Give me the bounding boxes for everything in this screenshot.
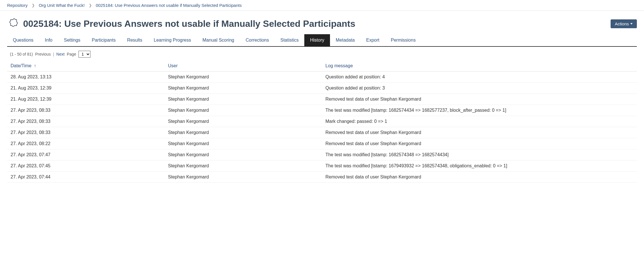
breadcrumb: Repository ❯ Org Unit What the Fuck! ❯ 0… bbox=[0, 0, 644, 11]
tab-statistics[interactable]: Statistics bbox=[275, 34, 304, 46]
cell-user: Stephan Kergomard bbox=[165, 160, 322, 172]
table-row: 21. Aug 2023, 12:39Stephan KergomardRemo… bbox=[7, 94, 637, 105]
pagination-bar: (1 - 50 of 81) Previous | Next Page 1 bbox=[7, 47, 637, 60]
pagination-page-select[interactable]: 1 bbox=[79, 51, 90, 58]
cell-log: Question added at position: 4 bbox=[322, 72, 637, 83]
page-header: 0025184: Use Previous Answers not usable… bbox=[7, 11, 637, 34]
test-object-icon bbox=[7, 17, 19, 30]
cell-log: Removed test data of user Stephan Kergom… bbox=[322, 127, 637, 138]
cell-user: Stephan Kergomard bbox=[165, 105, 322, 116]
table-row: 21. Aug 2023, 12:39Stephan KergomardQues… bbox=[7, 83, 637, 94]
pagination-separator: | bbox=[53, 52, 54, 56]
tab-export[interactable]: Export bbox=[361, 34, 385, 46]
chevron-right-icon: ❯ bbox=[89, 3, 92, 7]
column-header-log[interactable]: Log message bbox=[322, 60, 637, 72]
table-row: 27. Apr 2023, 07:45Stephan KergomardThe … bbox=[7, 160, 637, 172]
cell-datetime: 27. Apr 2023, 08:33 bbox=[7, 127, 165, 138]
cell-datetime: 28. Aug 2023, 13:13 bbox=[7, 72, 165, 83]
cell-datetime: 21. Aug 2023, 12:39 bbox=[7, 83, 165, 94]
cell-log: The test was modified [tstamp: 167949393… bbox=[322, 160, 637, 172]
history-table: Date/Time ↑ User Log message 28. Aug 202… bbox=[7, 60, 637, 183]
tab-learning-progress[interactable]: Learning Progress bbox=[148, 34, 197, 46]
table-row: 27. Apr 2023, 08:33Stephan KergomardThe … bbox=[7, 105, 637, 116]
cell-datetime: 27. Apr 2023, 07:47 bbox=[7, 149, 165, 160]
cell-user: Stephan Kergomard bbox=[165, 149, 322, 160]
cell-datetime: 27. Apr 2023, 08:22 bbox=[7, 138, 165, 149]
page-title: 0025184: Use Previous Answers not usable… bbox=[23, 19, 607, 29]
table-row: 28. Aug 2023, 13:13Stephan KergomardQues… bbox=[7, 72, 637, 83]
breadcrumb-item-orgunit[interactable]: Org Unit What the Fuck! bbox=[39, 3, 85, 8]
actions-label: Actions bbox=[615, 21, 629, 26]
cell-log: Removed test data of user Stephan Kergom… bbox=[322, 94, 637, 105]
sort-ascending-icon: ↑ bbox=[34, 63, 36, 68]
actions-dropdown-button[interactable]: Actions bbox=[611, 19, 637, 28]
table-row: 27. Apr 2023, 08:33Stephan KergomardMark… bbox=[7, 116, 637, 127]
cell-user: Stephan Kergomard bbox=[165, 172, 322, 183]
pagination-previous[interactable]: Previous bbox=[35, 52, 51, 56]
tab-bar: QuestionsInfoSettingsParticipantsResults… bbox=[7, 34, 637, 47]
tab-history[interactable]: History bbox=[304, 34, 330, 46]
chevron-down-icon bbox=[630, 23, 633, 25]
column-header-datetime[interactable]: Date/Time ↑ bbox=[7, 60, 165, 72]
breadcrumb-item-repository[interactable]: Repository bbox=[7, 3, 28, 8]
cell-datetime: 27. Apr 2023, 08:33 bbox=[7, 116, 165, 127]
table-row: 27. Apr 2023, 07:44Stephan KergomardRemo… bbox=[7, 172, 637, 183]
tab-info[interactable]: Info bbox=[39, 34, 58, 46]
column-header-datetime-label: Date/Time bbox=[11, 63, 31, 68]
tab-questions[interactable]: Questions bbox=[7, 34, 39, 46]
tab-settings[interactable]: Settings bbox=[58, 34, 86, 46]
cell-log: The test was modified [tstamp: 168257434… bbox=[322, 149, 637, 160]
chevron-right-icon: ❯ bbox=[32, 3, 35, 7]
cell-datetime: 27. Apr 2023, 08:33 bbox=[7, 105, 165, 116]
pagination-next[interactable]: Next bbox=[56, 52, 65, 56]
tab-participants[interactable]: Participants bbox=[86, 34, 122, 46]
cell-datetime: 27. Apr 2023, 07:44 bbox=[7, 172, 165, 183]
cell-log: Removed test data of user Stephan Kergom… bbox=[322, 138, 637, 149]
column-header-user[interactable]: User bbox=[165, 60, 322, 72]
cell-user: Stephan Kergomard bbox=[165, 138, 322, 149]
pagination-range: (1 - 50 of 81) bbox=[10, 52, 33, 56]
cell-user: Stephan Kergomard bbox=[165, 94, 322, 105]
tab-permissions[interactable]: Permissions bbox=[385, 34, 421, 46]
cell-log: Question added at position: 3 bbox=[322, 83, 637, 94]
table-row: 27. Apr 2023, 07:47Stephan KergomardThe … bbox=[7, 149, 637, 160]
tab-manual-scoring[interactable]: Manual Scoring bbox=[197, 34, 240, 46]
cell-user: Stephan Kergomard bbox=[165, 72, 322, 83]
cell-datetime: 27. Apr 2023, 07:45 bbox=[7, 160, 165, 172]
tab-metadata[interactable]: Metadata bbox=[330, 34, 361, 46]
cell-log: The test was modified [tstamp: 168257443… bbox=[322, 105, 637, 116]
cell-datetime: 21. Aug 2023, 12:39 bbox=[7, 94, 165, 105]
cell-user: Stephan Kergomard bbox=[165, 83, 322, 94]
pagination-page-label: Page bbox=[67, 52, 76, 56]
breadcrumb-item-current[interactable]: 0025184: Use Previous Answers not usable… bbox=[96, 3, 242, 8]
cell-log: Mark changed: passed: 0 => 1 bbox=[322, 116, 637, 127]
cell-log: Removed test data of user Stephan Kergom… bbox=[322, 172, 637, 183]
table-row: 27. Apr 2023, 08:22Stephan KergomardRemo… bbox=[7, 138, 637, 149]
table-row: 27. Apr 2023, 08:33Stephan KergomardRemo… bbox=[7, 127, 637, 138]
tab-results[interactable]: Results bbox=[121, 34, 148, 46]
cell-user: Stephan Kergomard bbox=[165, 116, 322, 127]
cell-user: Stephan Kergomard bbox=[165, 127, 322, 138]
tab-corrections[interactable]: Corrections bbox=[240, 34, 275, 46]
